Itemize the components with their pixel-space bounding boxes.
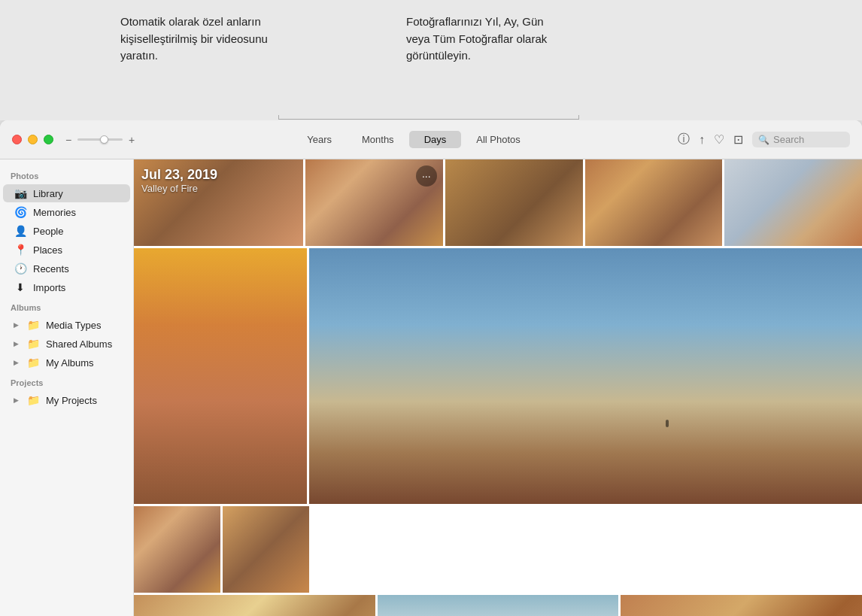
sidebar-label-my-albums: My Albums (46, 357, 94, 369)
zoom-in-button[interactable]: + (126, 134, 138, 146)
day1-location: Valley of Fire (141, 183, 217, 194)
people-icon: 👤 (14, 225, 27, 237)
share-icon[interactable]: ↑ (699, 133, 705, 147)
list-item[interactable]: +3 (621, 595, 862, 616)
search-box[interactable]: 🔍 Search (752, 132, 850, 147)
close-button[interactable] (12, 135, 22, 144)
sidebar-item-places[interactable]: 📍 Places (3, 241, 130, 259)
sidebar-label-memories: Memories (33, 207, 76, 218)
sidebar-label-people: People (33, 226, 63, 237)
folder-icon: 📁 (26, 319, 40, 331)
expand-icon-2: ▶ (14, 340, 19, 347)
expand-icon-3: ▶ (14, 359, 19, 366)
titlebar: − + Years Months Days All Photos ⓘ ↑ ♡ ⊡… (0, 120, 862, 159)
photo-row-1: Jul 23, 2019 Valley of Fire ··· (134, 159, 862, 246)
sidebar-item-shared-albums[interactable]: ▶ 📁 Shared Albums (3, 335, 130, 353)
photo-row-4: +3 (134, 595, 862, 616)
minimize-button[interactable] (28, 135, 38, 144)
list-item[interactable] (445, 159, 583, 246)
sidebar-label-library: Library (33, 188, 63, 199)
photo-date-cell[interactable]: Jul 23, 2019 Valley of Fire (134, 159, 303, 246)
projects-icon: 📁 (26, 394, 40, 406)
tab-years[interactable]: Years (292, 131, 347, 148)
photo-row-2 (134, 248, 862, 504)
zoom-thumb[interactable] (100, 135, 108, 144)
albums-section-label: Albums (0, 297, 133, 315)
tooltip-left: Otomatik olarak özel anların kişiselleşt… (120, 14, 271, 65)
sidebar-item-imports[interactable]: ⬇ Imports (3, 278, 130, 296)
search-placeholder: Search (773, 134, 804, 145)
photo-area[interactable]: Jul 23, 2019 Valley of Fire ··· (134, 159, 862, 616)
recents-icon: 🕐 (14, 262, 27, 275)
list-item[interactable] (585, 159, 723, 246)
sidebar-label-places: Places (33, 244, 62, 256)
traffic-lights (12, 135, 53, 144)
zoom-out-button[interactable]: − (62, 134, 74, 146)
search-icon: 🔍 (758, 135, 769, 145)
tab-all-photos[interactable]: All Photos (461, 131, 536, 148)
sidebar-item-people[interactable]: 👤 People (3, 222, 130, 240)
tooltip-line (278, 119, 579, 120)
sidebar-label-imports: Imports (33, 282, 65, 293)
more-button[interactable]: ··· (416, 165, 437, 187)
toolbar-actions: ⓘ ↑ ♡ ⊡ 🔍 Search (678, 132, 850, 147)
main-window: − + Years Months Days All Photos ⓘ ↑ ♡ ⊡… (0, 120, 862, 616)
sidebar-item-recents[interactable]: 🕐 Recents (3, 259, 130, 278)
sidebar-label-media-types: Media Types (46, 320, 101, 331)
shared-folder-icon: 📁 (26, 338, 40, 350)
list-item[interactable] (378, 595, 619, 616)
tooltip-right: Fotoğraflarınızı Yıl, Ay, Gün veya Tüm F… (406, 14, 557, 65)
places-icon: 📍 (14, 244, 27, 256)
expand-icon: ▶ (14, 321, 19, 329)
nav-tabs: Years Months Days All Photos (150, 131, 678, 148)
zoom-slider[interactable] (77, 138, 123, 141)
sidebar-item-memories[interactable]: 🌀 Memories (3, 203, 130, 221)
sidebar: Photos 📷 Library 🌀 Memories 👤 People 📍 P… (0, 159, 134, 616)
sidebar-item-my-projects[interactable]: ▶ 📁 My Projects (3, 391, 130, 409)
list-item[interactable] (134, 506, 220, 593)
day1-date: Jul 23, 2019 (141, 167, 217, 183)
my-albums-icon: 📁 (26, 357, 40, 369)
sidebar-item-library[interactable]: 📷 Library (3, 184, 130, 202)
list-item[interactable] (134, 595, 375, 616)
content-area: Photos 📷 Library 🌀 Memories 👤 People 📍 P… (0, 159, 862, 616)
tab-months[interactable]: Months (347, 131, 409, 148)
projects-section-label: Projects (0, 372, 133, 390)
list-item[interactable] (223, 506, 309, 593)
sidebar-item-media-types[interactable]: ▶ 📁 Media Types (3, 316, 130, 334)
memories-icon: 🌀 (14, 206, 27, 218)
library-icon: 📷 (14, 187, 27, 199)
sidebar-label-my-projects: My Projects (46, 395, 97, 406)
list-item[interactable]: ··· (305, 159, 443, 246)
tab-days[interactable]: Days (409, 131, 462, 148)
info-icon[interactable]: ⓘ (678, 132, 690, 147)
fullscreen-button[interactable] (44, 135, 53, 144)
list-item[interactable] (724, 159, 862, 246)
sidebar-label-recents: Recents (33, 263, 69, 275)
expand-icon-4: ▶ (14, 396, 19, 404)
sidebar-item-my-albums[interactable]: ▶ 📁 My Albums (3, 354, 130, 372)
sidebar-label-shared-albums: Shared Albums (46, 338, 112, 350)
photos-section-label: Photos (0, 165, 133, 184)
zoom-control: − + (62, 134, 138, 146)
list-item[interactable] (309, 248, 862, 504)
imports-icon: ⬇ (14, 281, 27, 293)
list-item[interactable] (134, 248, 307, 504)
tooltip-area: Otomatik olarak özel anların kişiselleşt… (0, 0, 862, 120)
crop-icon[interactable]: ⊡ (733, 132, 743, 147)
photo-row-3 (134, 506, 862, 593)
heart-icon[interactable]: ♡ (714, 132, 724, 147)
